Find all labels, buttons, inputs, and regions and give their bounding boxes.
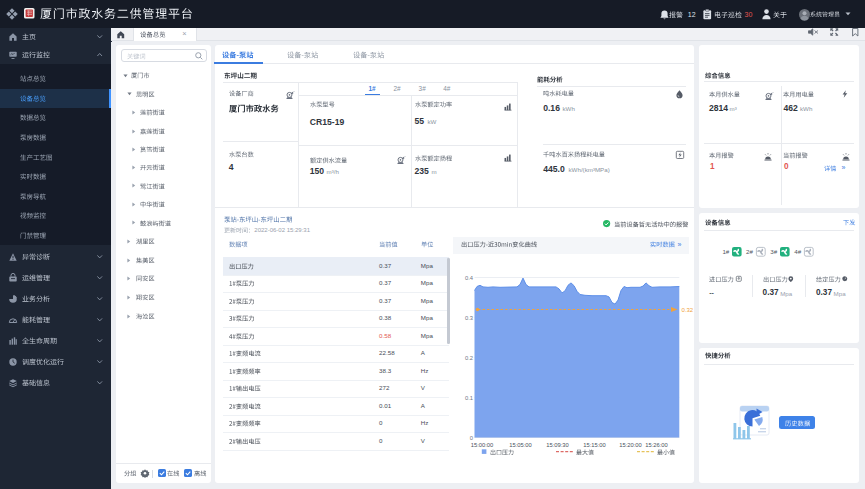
svg-text:0.3: 0.3: [465, 315, 473, 321]
svg-text:0: 0: [470, 435, 473, 441]
svg-text:0.4: 0.4: [465, 275, 474, 281]
svg-text:15:05:00: 15:05:00: [509, 442, 532, 448]
svg-text:0.32: 0.32: [682, 307, 694, 313]
svg-text:0.1: 0.1: [465, 395, 473, 401]
svg-text:15:20:00: 15:20:00: [619, 442, 642, 448]
svg-text:15:00:00: 15:00:00: [471, 442, 494, 448]
svg-text:0.2: 0.2: [465, 355, 473, 361]
svg-text:15:15:00: 15:15:00: [583, 442, 606, 448]
svg-text:15:26:00: 15:26:00: [645, 442, 668, 448]
svg-text:15:09:30: 15:09:30: [546, 442, 569, 448]
